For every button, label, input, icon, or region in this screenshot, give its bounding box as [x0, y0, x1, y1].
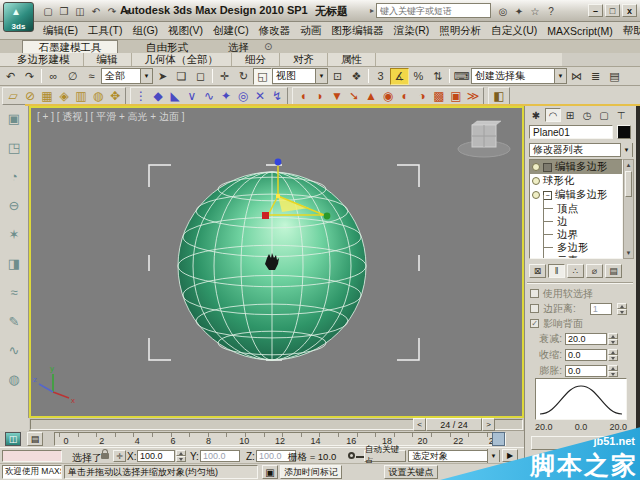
stack-tool-icon[interactable]: ∴	[567, 264, 584, 278]
gizmo-x-handle[interactable]	[324, 213, 331, 220]
pinch-spinner[interactable]	[608, 349, 618, 361]
quick-access-icon[interactable]: ◫	[72, 3, 88, 19]
next-frame-button[interactable]: >	[482, 418, 495, 431]
mirror-align-icon[interactable]: ⋈	[567, 68, 586, 85]
maximize-button[interactable]: □	[605, 4, 620, 17]
subobject-icon[interactable]: ◣	[167, 88, 183, 104]
stack-row-editpoly-top[interactable]: 编辑多边形	[530, 160, 622, 174]
primitive-icon[interactable]: ✥	[107, 88, 123, 104]
stack-tool-icon[interactable]: ⊠	[529, 264, 546, 278]
edge-distance-spinner[interactable]	[617, 303, 627, 315]
maxscript-mini-listener-icon[interactable]: ◫	[5, 432, 21, 446]
polyedit-icon[interactable]: ▩	[431, 88, 447, 104]
quick-access-icon[interactable]: ▢	[40, 3, 56, 19]
falloff-spinner[interactable]	[608, 333, 618, 345]
perspective-viewport[interactable]: [ + ] [ 透视 ] [ 平滑 + 高光 + 边面 ]	[29, 106, 524, 418]
polyedit-icon[interactable]: ◗	[312, 88, 328, 104]
minimize-button[interactable]: –	[588, 4, 603, 17]
transform-tool-icon[interactable]: ✛	[215, 68, 234, 85]
object-color-swatch[interactable]	[617, 125, 631, 139]
left-toolbar-icon[interactable]: ◔	[3, 168, 25, 185]
extra-icon[interactable]: ◧	[491, 88, 507, 104]
isolate-toggle-icon[interactable]: ▣	[262, 465, 278, 479]
bulb-icon[interactable]	[532, 163, 540, 171]
infocenter-icon[interactable]: ◎	[495, 3, 511, 19]
left-toolbar-icon[interactable]: ◍	[3, 371, 25, 388]
undo-redo-icon[interactable]: ↷	[20, 68, 39, 85]
command-panel-tab-icon[interactable]: ✱	[528, 108, 544, 122]
snap-toggle-icon[interactable]: ∡	[390, 68, 409, 85]
subobject-icon[interactable]: ∨	[184, 88, 200, 104]
snap-toggle-icon[interactable]: %	[409, 68, 428, 85]
subobject-icon[interactable]: ✕	[252, 88, 268, 104]
select-tool-icon[interactable]: ➤	[153, 68, 172, 85]
selection-lock-icon[interactable]	[101, 453, 109, 459]
x-coordinate-field[interactable]: 100.0	[137, 450, 175, 462]
link-icon[interactable]: ∞	[44, 68, 63, 85]
undo-redo-icon[interactable]: ↶	[1, 68, 20, 85]
menu-item[interactable]: 工具(T)	[83, 22, 127, 39]
quick-access-icon[interactable]: ❐	[56, 3, 72, 19]
left-toolbar-icon[interactable]: ≈	[3, 284, 25, 301]
pivot-tool-icon[interactable]: ⊡	[328, 68, 347, 85]
scroll-thumb[interactable]	[625, 171, 632, 197]
viewport-label[interactable]: [ + ] [ 透视 ] [ 平滑 + 高光 + 边面 ]	[37, 110, 185, 124]
key-filter-icon[interactable]: ▤	[27, 432, 43, 446]
transform-tool-icon[interactable]: ◱	[253, 68, 272, 85]
primitive-icon[interactable]: ⊘	[22, 88, 38, 104]
panel-scroll-gutter[interactable]	[636, 106, 640, 480]
polyedit-icon[interactable]: ≫	[465, 88, 481, 104]
keyboard-shortcut-icon[interactable]: ⌨	[452, 68, 471, 85]
bulb-icon[interactable]	[532, 177, 540, 185]
subobject-icon[interactable]: ◎	[235, 88, 251, 104]
command-panel-tab-icon[interactable]: ▢	[596, 108, 612, 122]
polyedit-icon[interactable]: ◐	[397, 88, 413, 104]
set-key-button[interactable]: 设置关键点	[384, 465, 438, 479]
menu-item[interactable]: 帮助(H)	[618, 22, 640, 39]
mirror-align-icon[interactable]: ≣	[586, 68, 605, 85]
stack-tool-icon[interactable]: ‖	[548, 264, 565, 278]
ribbon-menu-icon[interactable]: ⊙	[264, 41, 272, 52]
falloff-field[interactable]: 20.0	[565, 333, 607, 345]
scroll-down-icon[interactable]: ▼	[624, 248, 633, 258]
key-set-dropdown[interactable]: 选定对象 ▼	[408, 450, 500, 462]
stack-subobject-row[interactable]: 元素	[530, 254, 622, 259]
absolute-mode-icon[interactable]: ✛	[113, 450, 126, 462]
track-bar-ruler[interactable]: 024681012141618202224	[54, 432, 506, 446]
object-name-field[interactable]: Plane01	[529, 125, 613, 139]
search-input[interactable]	[376, 3, 491, 18]
command-panel-tab-icon[interactable]: ⊤	[613, 108, 629, 122]
menu-item[interactable]: 自定义(U)	[486, 22, 542, 39]
quick-access-icon[interactable]: ↷	[104, 3, 120, 19]
left-toolbar-icon[interactable]: ◳	[3, 139, 25, 156]
left-toolbar-icon[interactable]: ✶	[3, 226, 25, 243]
stack-row-spherify[interactable]: 球形化	[530, 174, 622, 188]
subobject-icon[interactable]: ✦	[218, 88, 234, 104]
edge-distance-checkbox[interactable]	[530, 304, 539, 313]
snap-toggle-icon[interactable]: ⇅	[428, 68, 447, 85]
previous-frame-button[interactable]: <	[413, 418, 426, 431]
left-toolbar-icon[interactable]: ✎	[3, 313, 25, 330]
select-tool-icon[interactable]: ◻	[191, 68, 210, 85]
infocenter-icon[interactable]: ?	[543, 3, 559, 19]
infocenter-icon[interactable]: ✦	[511, 3, 527, 19]
ribbon-group-label[interactable]: 对齐	[280, 53, 328, 66]
affect-backfacing-checkbox[interactable]: ✓	[530, 319, 539, 328]
subobject-icon[interactable]: ∿	[201, 88, 217, 104]
polyedit-icon[interactable]: ◖	[295, 88, 311, 104]
menu-item[interactable]: 修改器	[254, 22, 296, 39]
search-arrow-icon[interactable]: ▸	[370, 6, 374, 15]
time-slider[interactable]: < 24 / 24 >	[29, 418, 524, 431]
polyedit-icon[interactable]: ◉	[380, 88, 396, 104]
menu-item[interactable]: 动画	[295, 22, 326, 39]
selection-filter-dropdown[interactable]: 全部▼	[101, 68, 153, 84]
polyedit-icon[interactable]: ◑	[414, 88, 430, 104]
gizmo-y-handle[interactable]	[262, 212, 269, 219]
menu-item[interactable]: 图形编辑器	[326, 22, 389, 39]
select-tool-icon[interactable]: ❏	[172, 68, 191, 85]
left-toolbar-icon[interactable]: ▣	[3, 110, 25, 127]
ribbon-group-label[interactable]: 多边形建模	[4, 53, 84, 66]
time-slider-value[interactable]: 24 / 24	[426, 418, 482, 431]
menu-item[interactable]: 渲染(R)	[389, 22, 435, 39]
app-logo[interactable]: ▲ 3ds	[3, 2, 34, 32]
